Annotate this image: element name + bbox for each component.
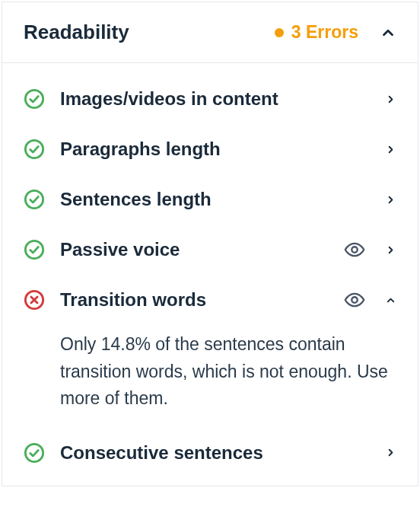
svg-point-2 <box>25 190 43 208</box>
check-circle-icon <box>24 139 45 160</box>
check-circle-icon <box>24 442 45 464</box>
check-circle-icon <box>24 239 45 260</box>
svg-point-3 <box>25 241 43 258</box>
check-circle-icon <box>24 189 45 210</box>
readability-item-label: Passive voice <box>60 239 329 260</box>
readability-item-label: Sentences length <box>60 189 370 210</box>
readability-item-row[interactable]: Consecutive sentences <box>24 428 396 478</box>
readability-item-row[interactable]: Images/videos in content <box>24 74 396 124</box>
chevron-up-icon <box>380 24 396 41</box>
readability-item-label: Paragraphs length <box>60 139 370 160</box>
chevron-right-icon <box>385 144 396 155</box>
svg-point-9 <box>25 444 43 461</box>
readability-item-label: Consecutive sentences <box>60 442 370 464</box>
readability-title: Readability <box>24 21 275 44</box>
errors-dot-icon <box>275 28 284 37</box>
errors-badge: 3 Errors <box>275 22 358 43</box>
svg-point-8 <box>352 297 357 302</box>
readability-item: Consecutive sentences <box>2 428 418 478</box>
chevron-right-icon <box>385 244 396 256</box>
eye-icon[interactable] <box>344 289 365 311</box>
chevron-up-icon <box>385 295 396 306</box>
svg-point-4 <box>352 247 357 252</box>
readability-item-label: Transition words <box>60 289 329 311</box>
chevron-right-icon <box>385 94 396 105</box>
eye-icon[interactable] <box>344 239 365 260</box>
chevron-right-icon <box>385 194 396 206</box>
readability-item-row[interactable]: Passive voice <box>24 225 396 275</box>
readability-header[interactable]: Readability 3 Errors <box>2 2 418 63</box>
readability-item: Sentences length <box>2 174 418 225</box>
readability-panel: Readability 3 Errors Images/videos in co… <box>2 2 418 486</box>
readability-item-detail: Only 14.8% of the sentences contain tran… <box>24 325 396 428</box>
errors-count: 3 Errors <box>291 22 358 43</box>
readability-item: Passive voice <box>2 225 418 275</box>
readability-item: Images/videos in content <box>2 74 418 124</box>
readability-item-row[interactable]: Transition words <box>24 275 396 325</box>
readability-item-label: Images/videos in content <box>60 88 370 110</box>
readability-item-row[interactable]: Paragraphs length <box>24 124 396 174</box>
check-circle-icon <box>24 88 45 110</box>
readability-item: Paragraphs length <box>2 124 418 174</box>
readability-item-row[interactable]: Sentences length <box>24 174 396 225</box>
svg-point-1 <box>25 140 43 158</box>
readability-item: Transition wordsOnly 14.8% of the senten… <box>2 275 418 428</box>
readability-items: Images/videos in contentParagraphs lengt… <box>2 63 418 486</box>
x-circle-icon <box>24 289 45 311</box>
chevron-right-icon <box>385 447 396 458</box>
svg-point-0 <box>25 90 43 107</box>
